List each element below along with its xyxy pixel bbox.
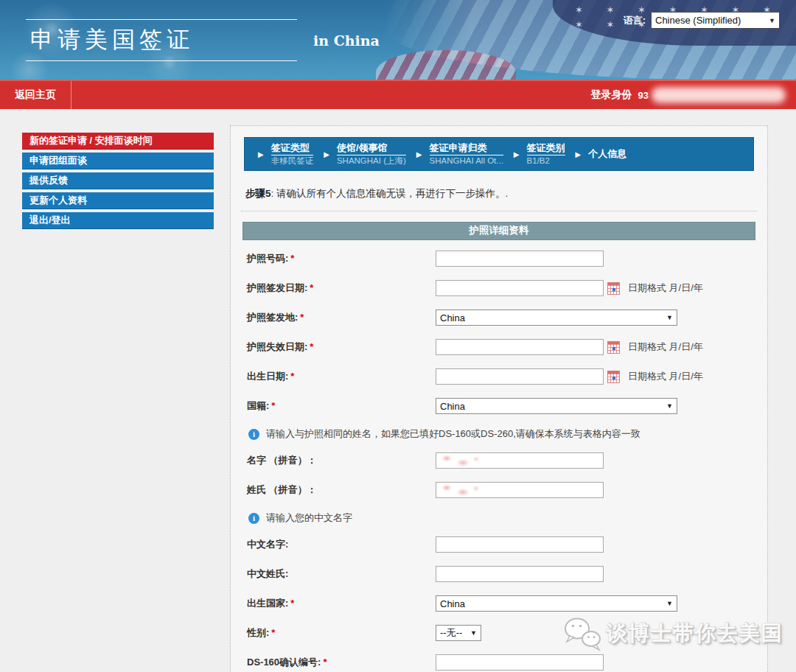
language-label: 语言: xyxy=(624,14,646,27)
breadcrumb-step-texts: 签证申请归类SHANGHAI All Ot... xyxy=(430,142,503,167)
nationality-select-value: China xyxy=(440,401,465,412)
breadcrumb-step-sublabel: 非移民签证 xyxy=(271,155,314,167)
birth-country-select[interactable]: China▼ xyxy=(436,595,677,612)
date-format-hint: 日期格式 月/日/年 xyxy=(628,281,703,295)
calendar-icon[interactable] xyxy=(607,371,620,383)
field-control-surname-pinyin xyxy=(436,482,604,498)
required-asterisk: * xyxy=(271,627,275,638)
calendar-icon[interactable] xyxy=(607,341,620,354)
breadcrumb-step-sublabel: SHANGHAI All Ot... xyxy=(430,155,503,167)
field-control-birth-country: China▼ xyxy=(436,595,677,612)
birth-country-select-value: China xyxy=(440,598,465,609)
chinese-given-name-input[interactable] xyxy=(436,536,604,553)
field-label-passport-issue-place: 护照签发地:* xyxy=(247,311,436,324)
step-instruction: 步骤5: 请确认所有个人信息准确无误，再进行下一步操作。. xyxy=(245,187,755,200)
form-row-chinese-given-name: 中文名字: xyxy=(247,536,758,553)
field-control-ds160-confirmation-number xyxy=(436,654,604,671)
language-select[interactable]: Chinese (Simplified) ▼ xyxy=(651,12,780,29)
site-subtitle: in China xyxy=(313,32,380,49)
required-asterisk: * xyxy=(300,312,304,323)
field-label-chinese-given-name: 中文名字: xyxy=(247,538,436,551)
info-note-note-passport-name: i请输入与护照相同的姓名，如果您已填好DS-160或DS-260,请确保本系统与… xyxy=(248,427,758,441)
birth-date-input[interactable] xyxy=(436,368,604,385)
chinese-surname-input[interactable] xyxy=(436,566,604,582)
sidebar-item-2[interactable]: 提供反馈 xyxy=(22,172,214,189)
passport-expiry-date-input[interactable] xyxy=(436,339,604,355)
step-number: 步骤5 xyxy=(245,188,271,199)
field-label-birth-country: 出生国家:* xyxy=(247,597,436,610)
sidebar-menu: 新的签证申请 / 安排面谈时间申请团组面谈提供反馈更新个人资料退出/登出 xyxy=(22,133,214,232)
breadcrumb-step-2[interactable]: ▶签证申请归类SHANGHAI All Ot... xyxy=(406,142,503,167)
surname-pinyin-input[interactable] xyxy=(436,482,604,498)
field-label-ds160-confirmation-number: DS-160确认编号:* xyxy=(247,656,436,669)
field-control-given-name-pinyin xyxy=(436,452,604,469)
breadcrumb-arrow-icon: ▶ xyxy=(514,150,520,158)
form-row-gender: 性别:*--无--▼ xyxy=(247,625,758,641)
form-row-ds160-confirmation-number: DS-160确认编号:* xyxy=(247,654,758,671)
breadcrumb-arrow-icon: ▶ xyxy=(576,150,582,158)
sidebar-item-3[interactable]: 更新个人资料 xyxy=(22,192,214,209)
gender-select-value: --无-- xyxy=(440,626,462,640)
form-row-birth-country: 出生国家:*China▼ xyxy=(247,595,758,612)
login-identity-label: 登录身份 xyxy=(591,88,632,102)
info-icon: i xyxy=(248,429,259,440)
nationality-select[interactable]: China▼ xyxy=(436,398,677,414)
passport-issue-place-select-value: China xyxy=(440,312,465,323)
login-id-redacted-blur xyxy=(652,87,786,103)
breadcrumb-step-label[interactable]: 签证申请归类 xyxy=(430,142,503,155)
form-row-nationality: 国籍:*China▼ xyxy=(247,398,758,414)
breadcrumb-step-4: ▶个人信息 xyxy=(565,148,627,161)
title-top-rule xyxy=(26,19,297,20)
step-text: : 请确认所有个人信息准确无误，再进行下一步操作。. xyxy=(271,188,509,199)
field-control-gender: --无--▼ xyxy=(436,625,481,641)
breadcrumb-step-sublabel: B1/B2 xyxy=(527,155,565,167)
required-asterisk: * xyxy=(271,400,275,411)
calendar-icon[interactable] xyxy=(607,282,620,295)
breadcrumb-step-label[interactable]: 签证类型 xyxy=(271,142,314,155)
info-note-note-chinese-name: i请输入您的中文名字 xyxy=(248,511,758,525)
info-note-text: 请输入您的中文名字 xyxy=(266,511,352,525)
field-control-chinese-given-name xyxy=(436,536,604,553)
passport-details-form: 护照号码:*护照签发日期:*日期格式 月/日/年护照签发地:*China▼护照失… xyxy=(240,240,758,671)
form-row-given-name-pinyin: 名字 （拼音）： xyxy=(247,452,758,469)
info-note-text: 请输入与护照相同的姓名，如果您已填好DS-160或DS-260,请确保本系统与表… xyxy=(266,427,640,441)
field-control-nationality: China▼ xyxy=(436,398,677,414)
passport-issue-date-input[interactable] xyxy=(436,280,604,296)
passport-issue-place-select[interactable]: China▼ xyxy=(436,309,677,326)
ds160-confirmation-number-input[interactable] xyxy=(436,654,604,671)
site-header: ✶ ✶ ✶ ✶ ✶ ✶ ✶ ✶ ✶ ✶ ✶ ✶ 申请美国签证 in China … xyxy=(0,0,796,80)
breadcrumb-step-texts: 个人信息 xyxy=(588,148,626,161)
breadcrumb-step-3[interactable]: ▶签证类别B1/B2 xyxy=(503,142,565,167)
breadcrumb-step-label[interactable]: 签证类别 xyxy=(527,142,565,155)
date-format-hint: 日期格式 月/日/年 xyxy=(628,340,703,354)
field-label-surname-pinyin: 姓氏 （拼音）： xyxy=(247,483,436,497)
login-id-partial: 93 xyxy=(638,90,649,101)
sidebar-item-4[interactable]: 退出/登出 xyxy=(22,212,214,229)
sidebar-item-0[interactable]: 新的签证申请 / 安排面谈时间 xyxy=(22,133,214,150)
page-title: 申请美国签证 xyxy=(26,20,297,60)
sidebar-item-1[interactable]: 申请团组面谈 xyxy=(22,153,214,169)
given-name-pinyin-input[interactable] xyxy=(436,452,604,469)
info-icon: i xyxy=(248,513,259,524)
breadcrumb-step-label[interactable]: 使馆/领事馆 xyxy=(337,142,406,155)
breadcrumb-step-texts: 签证类别B1/B2 xyxy=(527,142,565,167)
field-control-passport-expiry-date: 日期格式 月/日/年 xyxy=(436,339,703,355)
breadcrumb-step-0[interactable]: ▶签证类型非移民签证 xyxy=(248,142,313,167)
breadcrumb-step-label: 个人信息 xyxy=(588,148,626,161)
required-asterisk: * xyxy=(310,282,313,293)
return-home-link[interactable]: 返回主页 xyxy=(0,81,71,109)
field-label-nationality: 国籍:* xyxy=(247,399,436,413)
passport-number-input[interactable] xyxy=(436,251,604,267)
chevron-down-icon: ▼ xyxy=(769,17,775,24)
form-row-chinese-surname: 中文姓氏: xyxy=(247,566,758,582)
field-label-given-name-pinyin: 名字 （拼音）： xyxy=(247,454,436,467)
breadcrumb-arrow-icon: ▶ xyxy=(324,150,329,158)
login-identity-group: 登录身份 93 xyxy=(591,81,786,109)
breadcrumb-step-texts: 签证类型非移民签证 xyxy=(271,142,314,167)
gender-select[interactable]: --无--▼ xyxy=(436,625,481,641)
field-label-birth-date: 出生日期:* xyxy=(247,370,436,383)
site-title-block: 申请美国签证 xyxy=(26,19,297,61)
breadcrumb-step-1[interactable]: ▶使馆/领事馆SHANGHAI (上海) xyxy=(313,142,406,167)
breadcrumb: ▶签证类型非移民签证▶使馆/领事馆SHANGHAI (上海)▶签证申请归类SHA… xyxy=(244,137,754,171)
section-header-passport-details: 护照详细资料 xyxy=(242,222,755,240)
